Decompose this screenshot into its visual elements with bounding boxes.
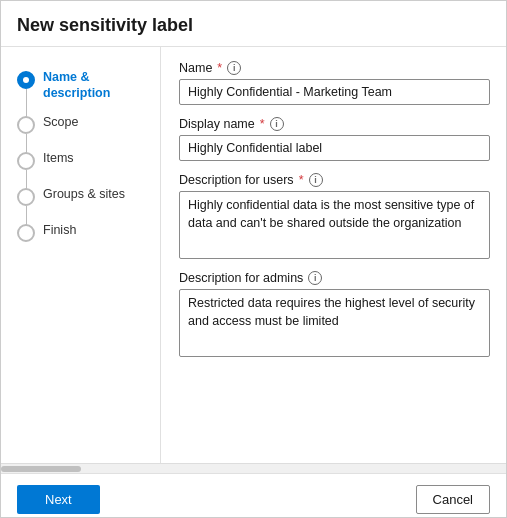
page-title: New sensitivity label — [1, 1, 506, 47]
display-name-label: Display name * i — [179, 117, 490, 131]
name-field-group: Name * i — [179, 61, 490, 105]
next-button[interactable]: Next — [17, 485, 100, 514]
desc-users-textarea[interactable]: Highly confidential data is the most sen… — [179, 191, 490, 259]
step-finish[interactable]: Finish — [17, 216, 160, 252]
name-info-icon[interactable]: i — [227, 61, 241, 75]
step-circle-5 — [17, 224, 35, 242]
desc-admins-textarea[interactable]: Restricted data requires the highest lev… — [179, 289, 490, 357]
step-circle-3 — [17, 152, 35, 170]
step-label-finish: Finish — [43, 222, 76, 238]
step-label-name-description: Name & description — [43, 69, 160, 102]
cancel-button[interactable]: Cancel — [416, 485, 490, 514]
desc-users-field-group: Description for users * i Highly confide… — [179, 173, 490, 259]
step-name-description[interactable]: Name & description — [17, 63, 160, 108]
display-name-required: * — [260, 117, 265, 131]
desc-users-info-icon[interactable]: i — [309, 173, 323, 187]
display-name-info-icon[interactable]: i — [270, 117, 284, 131]
step-circle-2 — [17, 116, 35, 134]
step-label-scope: Scope — [43, 114, 78, 130]
step-circle-4 — [17, 188, 35, 206]
name-required: * — [217, 61, 222, 75]
step-scope[interactable]: Scope — [17, 108, 160, 144]
footer: Next Cancel — [1, 473, 506, 518]
step-circle-1 — [17, 71, 35, 89]
desc-users-label: Description for users * i — [179, 173, 490, 187]
scrollbar-thumb — [1, 466, 81, 472]
name-label: Name * i — [179, 61, 490, 75]
display-name-field-group: Display name * i — [179, 117, 490, 161]
desc-admins-field-group: Description for admins i Restricted data… — [179, 271, 490, 357]
step-groups-sites[interactable]: Groups & sites — [17, 180, 160, 216]
step-items[interactable]: Items — [17, 144, 160, 180]
step-label-items: Items — [43, 150, 74, 166]
wizard-steps: Name & description Scope Items Groups & … — [1, 47, 161, 463]
form-content: Name * i Display name * i Description fo… — [161, 47, 506, 463]
desc-users-required: * — [299, 173, 304, 187]
desc-admins-info-icon[interactable]: i — [308, 271, 322, 285]
step-label-groups-sites: Groups & sites — [43, 186, 125, 202]
display-name-input[interactable] — [179, 135, 490, 161]
horizontal-scrollbar[interactable] — [1, 463, 506, 473]
desc-admins-label: Description for admins i — [179, 271, 490, 285]
name-input[interactable] — [179, 79, 490, 105]
